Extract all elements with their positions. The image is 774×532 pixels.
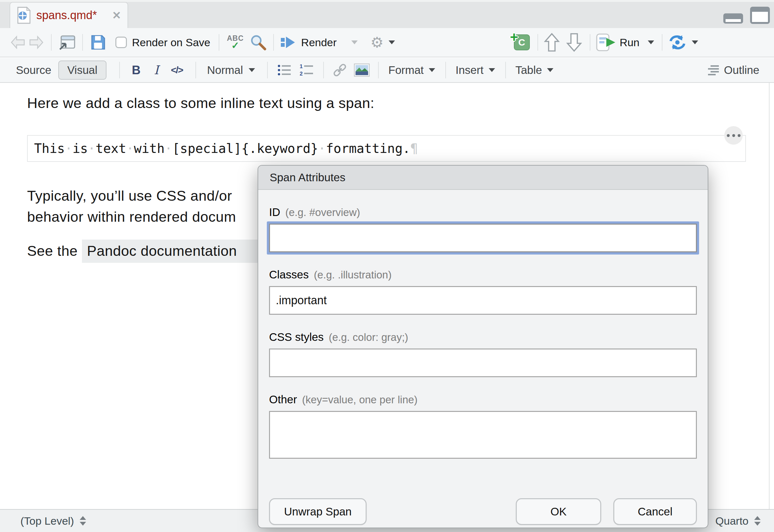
insert-link-button[interactable] <box>332 62 347 78</box>
unwrap-span-button[interactable]: Unwrap Span <box>269 498 366 525</box>
toolbar-separator <box>378 62 379 78</box>
window-controls <box>723 6 770 24</box>
source-refresh-icon <box>668 35 687 50</box>
svg-text:1: 1 <box>300 64 302 69</box>
code-button[interactable]: </> <box>171 65 183 75</box>
other-label-text: Other <box>269 393 297 406</box>
paragraph-3-prefix: See the <box>27 243 82 259</box>
css-styles-input[interactable] <box>269 349 697 377</box>
document-type-selector[interactable]: Quarto <box>715 515 761 527</box>
paragraph-style-caret-icon <box>249 68 255 72</box>
minimize-icon[interactable] <box>723 13 743 24</box>
pandoc-documentation-link[interactable]: Pandoc documentation <box>82 240 275 263</box>
editor-paragraph-2: Typically, you’ll use CSS and/or behavio… <box>27 185 236 227</box>
document-type-updown-icon <box>754 515 761 526</box>
whitespace-dot: · <box>318 141 326 156</box>
code-word: with <box>134 141 164 156</box>
insert-chunk-button[interactable]: + C <box>514 34 530 50</box>
editor-paragraph-3: See the Pandoc documentation <box>27 243 275 259</box>
bullet-list-button[interactable] <box>277 64 291 76</box>
source-mode-button[interactable]: Source <box>16 64 51 76</box>
tab-title: spans.qmd* <box>36 9 97 22</box>
dialog-title[interactable]: Span Attributes <box>258 166 708 190</box>
code-options-ellipsis-button[interactable] <box>724 126 743 145</box>
italic-button[interactable]: I <box>154 63 159 77</box>
tab-close-icon[interactable]: ✕ <box>112 10 121 21</box>
insert-menu[interactable]: Insert <box>456 64 495 76</box>
settings-caret-icon <box>389 40 395 44</box>
id-input[interactable] <box>269 224 697 252</box>
toolbar-separator <box>662 34 662 51</box>
numbered-list-icon: 1 2 <box>300 64 314 76</box>
run-label: Run <box>620 36 640 49</box>
forward-button[interactable] <box>28 35 45 50</box>
format-menu[interactable]: Format <box>388 64 435 76</box>
render-on-save-checkbox[interactable] <box>115 37 127 48</box>
span-attributes-dialog: Span Attributes ID (e.g. #overview) Clas… <box>257 165 708 528</box>
main-toolbar: Render on Save ABC ✓ Render ⚙︎ <box>0 28 774 57</box>
source-document-button[interactable] <box>668 35 698 50</box>
find-replace-button[interactable] <box>249 34 267 51</box>
css-hint: (e.g. color: gray;) <box>329 331 408 343</box>
maximize-icon[interactable] <box>750 6 770 24</box>
tab-spans-qmd[interactable]: spans.qmd* ✕ <box>10 2 128 28</box>
rstudio-editor-window: spans.qmd* ✕ <box>0 0 774 532</box>
code-line-block[interactable]: This·is·text·with·[special]{.keyword}·fo… <box>27 135 746 162</box>
numbered-list-button[interactable]: 1 2 <box>300 64 314 76</box>
other-attributes-textarea[interactable] <box>269 411 697 459</box>
outline-toggle-button[interactable]: Outline <box>707 64 759 76</box>
editor-paragraph-1: Here we add a class to some inline text … <box>27 95 374 111</box>
run-button[interactable]: Run <box>596 33 654 51</box>
forward-arrow-icon <box>28 35 45 50</box>
bullet-list-icon <box>277 64 291 76</box>
popout-window-icon <box>58 34 76 51</box>
id-label-text: ID <box>269 206 280 219</box>
dialog-button-row: Unwrap Span OK Cancel <box>269 498 697 525</box>
insert-caret-icon <box>489 68 495 72</box>
classes-input[interactable] <box>269 286 697 315</box>
toolbar-separator <box>51 34 52 51</box>
toolbar-separator <box>273 34 274 51</box>
toolbar-separator <box>219 34 219 51</box>
bold-button[interactable]: B <box>132 63 141 77</box>
svg-text:2: 2 <box>300 71 302 76</box>
classes-label-text: Classes <box>269 268 308 281</box>
classes-field-label: Classes (e.g. .illustration) <box>269 268 697 281</box>
id-field-label: ID (e.g. #overview) <box>269 206 697 219</box>
render-button[interactable]: Render <box>280 35 337 50</box>
toolbar-separator <box>267 62 268 78</box>
quarto-document-icon <box>17 7 31 24</box>
code-word: is <box>72 141 88 156</box>
insert-image-button[interactable] <box>354 63 370 77</box>
back-button[interactable] <box>10 35 26 50</box>
save-icon <box>90 34 106 50</box>
classes-hint: (e.g. .illustration) <box>314 269 392 281</box>
scope-selector[interactable]: (Top Level) <box>20 515 87 527</box>
table-caret-icon <box>547 68 553 72</box>
down-arrow-icon <box>566 32 582 52</box>
paragraph-style-dropdown[interactable]: Normal <box>207 64 255 76</box>
outline-icon <box>707 64 720 76</box>
go-previous-section-button[interactable] <box>544 32 560 52</box>
back-arrow-icon <box>10 35 26 50</box>
go-next-section-button[interactable] <box>566 32 582 52</box>
render-settings-button[interactable]: ⚙︎ <box>370 35 395 50</box>
search-icon <box>249 34 267 51</box>
gear-icon: ⚙︎ <box>370 35 383 50</box>
toolbar-separator <box>323 62 324 78</box>
ok-button[interactable]: OK <box>516 498 601 525</box>
render-options-caret-icon[interactable] <box>351 40 358 44</box>
whitespace-dot: · <box>88 141 96 156</box>
table-menu[interactable]: Table <box>516 64 554 76</box>
paragraph-2-line-1: Typically, you’ll use CSS and/or <box>27 188 232 204</box>
insert-menu-label: Insert <box>456 64 484 76</box>
cancel-button[interactable]: Cancel <box>613 498 697 525</box>
tab-bar: spans.qmd* ✕ <box>0 0 774 28</box>
visual-mode-button[interactable]: Visual <box>58 61 106 80</box>
toolbar-separator <box>195 62 196 78</box>
paragraph-2-line-2: behavior within rendered docum <box>27 209 236 225</box>
spellcheck-check-icon: ✓ <box>231 41 239 50</box>
spellcheck-button[interactable]: ABC ✓ <box>227 35 244 50</box>
save-button[interactable] <box>90 34 106 50</box>
open-in-new-window-button[interactable] <box>58 34 76 51</box>
